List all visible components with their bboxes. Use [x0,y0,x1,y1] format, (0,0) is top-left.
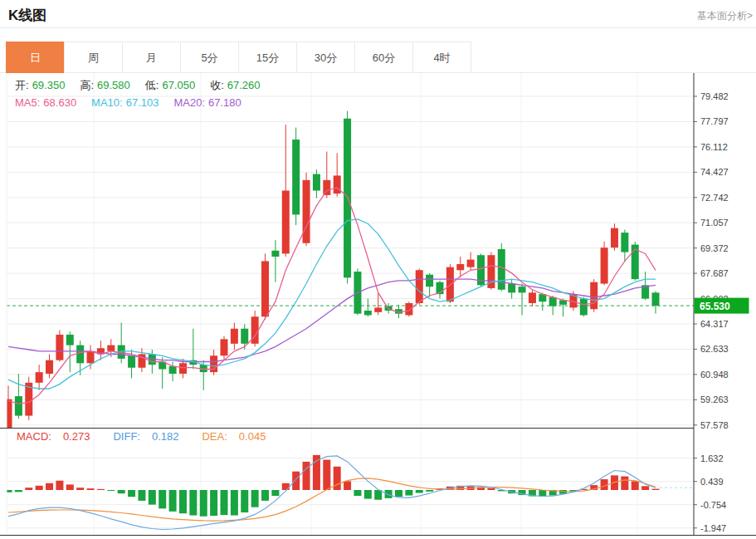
macd-legend: MACD:0.273DIFF:0.182DEA:0.045 [17,430,289,443]
ohlc-low-label: 低: [145,79,159,91]
price-axis-label: 60.948 [700,370,729,380]
macd-diff: DIFF:0.182 [113,430,190,443]
macd-dea-label: DEA: [202,430,227,443]
price-axis-label: 67.687 [700,268,729,278]
ma-ma5-value: 68.630 [43,96,76,109]
ohlc-close-label: 收: [210,79,224,91]
ohlc-open-label: 开: [15,79,29,91]
ma-row: MA5:68.630MA10:67.103MA20:67.180 [15,94,276,111]
price-axis-label: 71.057 [700,218,729,228]
topbar: K线图 基本面分析> [0,0,756,28]
ma-ma10: MA10:67.103 [91,96,162,109]
price-axis-label: 79.482 [700,91,729,101]
tab-15min[interactable]: 15分 [238,42,297,73]
candles-layer [5,111,660,431]
fundamental-analysis-link[interactable]: 基本面分析> [697,9,753,23]
macd-axis-label: 0.439 [700,477,724,487]
price-badge: 65.530 [695,298,749,314]
tab-month[interactable]: 月 [122,42,181,73]
ma10-line [8,219,656,389]
macd-histogram [5,455,660,517]
ma5-line [8,188,656,404]
macd-axis-label: -0.754 [700,500,726,510]
tab-30min[interactable]: 30分 [296,42,355,73]
price-axis-label: 64.317 [700,319,729,329]
price-gridlines: 79.48277.79776.11274.42772.74271.05769.3… [7,91,729,430]
ohlc-close-value: 67.260 [227,79,261,91]
ohlc-high: 高:69.580 [80,79,133,91]
macd-dea: DEA:0.045 [202,430,277,443]
price-axis-label: 77.797 [700,116,729,126]
ma-ma20: MA20:67.180 [173,96,244,109]
ohlc-row: 开:69.350高:69.580低:67.050收:67.260 [15,76,276,94]
tab-5min[interactable]: 5分 [180,42,239,73]
ma-ma5-label: MA5: [15,96,40,109]
tab-4hour[interactable]: 4时 [412,42,471,73]
page-title: K线图 [8,6,46,25]
kline-app: 79.48277.79776.11274.42772.74271.05769.3… [0,0,756,539]
macd-diff-label: DIFF: [113,430,140,443]
period-tabbar: 日周月5分15分30分60分4时 [7,42,471,73]
price-axis-label: 62.633 [700,344,729,354]
macd-axis-label: 1.632 [700,453,724,463]
price-axis-label: 74.427 [700,167,729,177]
macd-dea-value: 0.045 [239,430,266,443]
ma-ma20-value: 67.180 [208,96,241,109]
macd-diff-value: 0.182 [152,430,179,443]
ma-ma10-value: 67.103 [126,96,159,109]
macd-macd-value: 0.273 [63,430,90,443]
tab-week[interactable]: 周 [64,42,123,73]
ma-ma10-label: MA10: [91,96,123,109]
price-axis-label: 57.578 [700,420,729,430]
dea-line [8,478,656,521]
ohlc-open: 开:69.350 [15,79,68,91]
price-axis-label: 72.742 [700,193,729,203]
quote-info: 开:69.350高:69.580低:67.050收:67.260 MA5:68.… [15,76,276,111]
ma-ma5: MA5:68.630 [15,96,80,109]
price-axis-label: 76.112 [700,142,728,152]
macd-macd-label: MACD: [17,430,51,443]
ohlc-high-label: 高: [80,79,94,91]
ma-ma20-label: MA20: [173,96,205,109]
ohlc-close: 收:67.260 [210,79,263,91]
ohlc-high-value: 69.580 [97,79,130,91]
ohlc-open-value: 69.350 [32,79,66,91]
tab-day[interactable]: 日 [6,42,65,73]
diff-line [8,456,656,530]
macd-macd: MACD:0.273 [17,430,101,443]
svg-text:65.530: 65.530 [700,301,730,312]
price-axis-label: 69.372 [700,243,729,253]
ohlc-low: 低:67.050 [145,79,198,91]
tab-60min[interactable]: 60分 [354,42,413,73]
ohlc-low-value: 67.050 [162,79,195,91]
macd-axis-label: -1.947 [700,523,726,533]
price-axis-label: 59.263 [700,394,729,404]
